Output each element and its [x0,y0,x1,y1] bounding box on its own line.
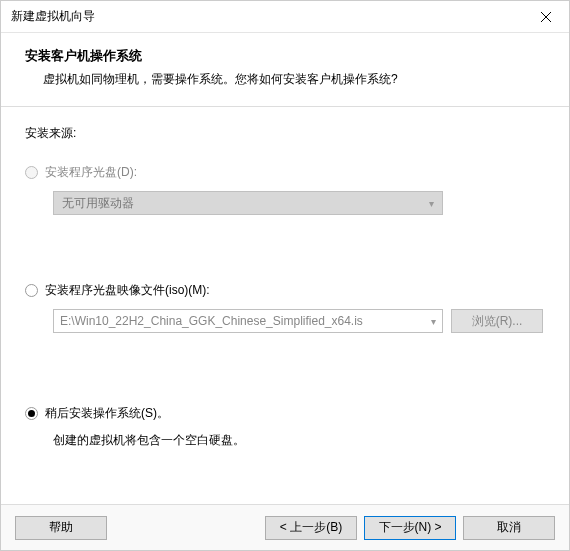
drive-dropdown: 无可用驱动器 ▾ [53,191,443,215]
wizard-header: 安装客户机操作系统 虚拟机如同物理机，需要操作系统。您将如何安装客户机操作系统? [1,33,569,107]
wizard-content: 安装来源: 安装程序光盘(D): 无可用驱动器 ▾ 安装程序光盘映像文件(iso… [1,107,569,504]
radio-label-disc: 安装程序光盘(D): [45,164,137,181]
option-install-disc: 安装程序光盘(D): 无可用驱动器 ▾ [25,164,545,215]
option-install-iso: 安装程序光盘映像文件(iso)(M): E:\Win10_22H2_China_… [25,282,545,333]
later-hint: 创建的虚拟机将包含一个空白硬盘。 [53,432,545,449]
window-title: 新建虚拟机向导 [11,8,523,25]
iso-path-dropdown: E:\Win10_22H2_China_GGK_Chinese_Simplifi… [53,309,443,333]
chevron-down-icon: ▾ [429,198,434,209]
close-button[interactable] [523,1,569,33]
radio-install-iso[interactable]: 安装程序光盘映像文件(iso)(M): [25,282,545,299]
iso-path-text: E:\Win10_22H2_China_GGK_Chinese_Simplifi… [60,314,431,328]
titlebar: 新建虚拟机向导 [1,1,569,33]
close-icon [541,12,551,22]
radio-label-later: 稍后安装操作系统(S)。 [45,405,169,422]
radio-icon [25,166,38,179]
radio-icon [25,407,38,420]
browse-button: 浏览(R)... [451,309,543,333]
back-button[interactable]: < 上一步(B) [265,516,357,540]
chevron-down-icon: ▾ [431,316,436,327]
radio-install-disc: 安装程序光盘(D): [25,164,545,181]
help-button[interactable]: 帮助 [15,516,107,540]
install-source-label: 安装来源: [25,125,545,142]
radio-icon [25,284,38,297]
page-title: 安装客户机操作系统 [25,47,545,65]
next-button[interactable]: 下一步(N) > [364,516,456,540]
wizard-footer: 帮助 < 上一步(B) 下一步(N) > 取消 [1,504,569,550]
page-description: 虚拟机如同物理机，需要操作系统。您将如何安装客户机操作系统? [25,71,545,88]
option-install-later: 稍后安装操作系统(S)。 创建的虚拟机将包含一个空白硬盘。 [25,405,545,449]
radio-label-iso: 安装程序光盘映像文件(iso)(M): [45,282,210,299]
drive-dropdown-text: 无可用驱动器 [62,195,429,212]
cancel-button[interactable]: 取消 [463,516,555,540]
radio-install-later[interactable]: 稍后安装操作系统(S)。 [25,405,545,422]
